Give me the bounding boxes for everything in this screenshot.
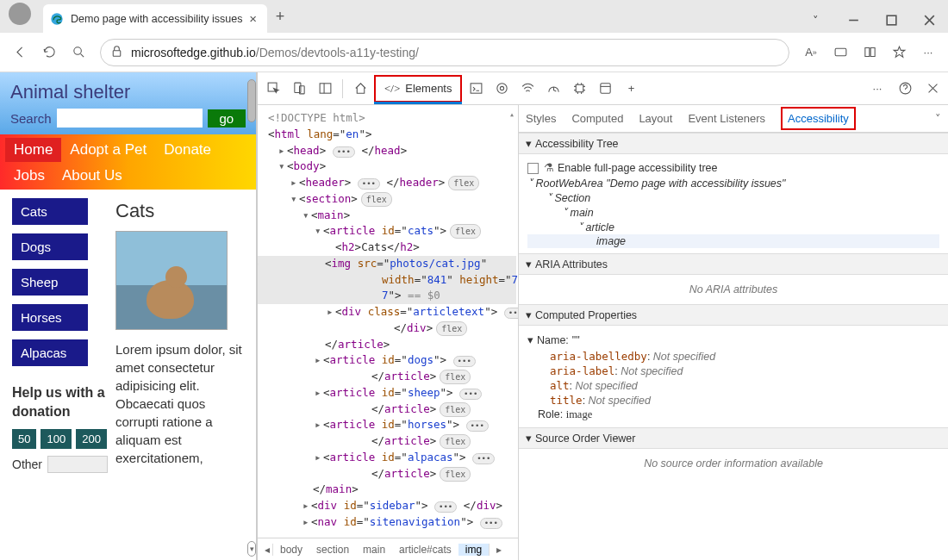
svg-point-16: [500, 86, 503, 90]
maximize-button[interactable]: [872, 7, 910, 33]
dom-tree[interactable]: ▴ <!DOCTYPE html> <html lang="en"> ▸<hea…: [258, 105, 518, 538]
read-aloud-icon[interactable]: A»: [796, 38, 826, 67]
dock-icon[interactable]: [313, 77, 337, 101]
donate-50[interactable]: 50: [12, 429, 36, 449]
close-tab-icon[interactable]: ×: [246, 11, 260, 26]
page-scroll-down[interactable]: ▾: [247, 541, 256, 557]
favorite-icon[interactable]: [884, 38, 914, 67]
devtools-more-icon[interactable]: ···: [865, 77, 889, 101]
window-controls: ˅: [796, 7, 948, 33]
other-label: Other: [12, 457, 42, 471]
profile-avatar[interactable]: [9, 3, 31, 25]
refresh-button[interactable]: [34, 38, 64, 67]
page-scrollbar[interactable]: [247, 79, 256, 122]
application-icon[interactable]: [593, 77, 617, 101]
tab-accessibility[interactable]: Accessibility: [781, 107, 856, 130]
tab-title: Demo page with accessibility issues: [71, 13, 246, 25]
more-tabs-icon[interactable]: +: [619, 77, 643, 101]
animal-nav: Cats Dogs Sheep Horses Alpacas: [12, 198, 110, 366]
sidebar-item-sheep[interactable]: Sheep: [12, 269, 88, 296]
section-aria[interactable]: ▾ARIA Attributes: [519, 253, 948, 275]
page-viewport: Animal shelter Search go Home Adopt a Pe…: [0, 72, 256, 560]
main-nav: Home Adopt a Pet Donate Jobs About Us: [0, 134, 256, 190]
section-a11y-tree[interactable]: ▾Accessibility Tree: [519, 133, 948, 154]
section-source-order[interactable]: ▾Source Order Viewer: [519, 427, 948, 449]
devtools-toolbar: </> Elements + ···: [258, 72, 948, 105]
donate-200[interactable]: 200: [76, 429, 107, 449]
reader-icon[interactable]: [855, 38, 884, 67]
help-heading: Help us with a donation: [12, 383, 110, 420]
article-heading: Cats: [115, 200, 251, 222]
flask-icon: ⚗: [544, 161, 554, 174]
menu-icon[interactable]: ···: [914, 38, 943, 67]
sidebar-item-dogs[interactable]: Dogs: [12, 233, 88, 260]
svg-rect-12: [320, 84, 331, 93]
devtools-close-icon[interactable]: [920, 77, 945, 101]
full-page-checkbox[interactable]: [527, 163, 539, 174]
svg-rect-8: [835, 48, 846, 56]
tab-elements[interactable]: </> Elements: [374, 75, 462, 103]
article-text: Lorem ipsum dolor, sit amet consectetur …: [115, 340, 251, 467]
scroll-up-icon[interactable]: ▴: [509, 108, 515, 121]
tab-computed[interactable]: Computed: [571, 112, 623, 125]
chevron-down-icon[interactable]: ˅: [796, 7, 834, 33]
back-button[interactable]: [5, 38, 34, 67]
sources-icon[interactable]: [490, 77, 514, 101]
go-button[interactable]: go: [208, 109, 246, 128]
welcome-icon[interactable]: [348, 77, 372, 101]
network-icon[interactable]: [515, 77, 539, 101]
dom-panel: ▴ <!DOCTYPE html> <html lang="en"> ▸<hea…: [258, 105, 519, 560]
search-label: Search: [10, 111, 52, 126]
sidebar-item-cats[interactable]: Cats: [12, 198, 88, 225]
cat-image: [115, 231, 228, 330]
nav-about[interactable]: About Us: [53, 164, 131, 188]
crumb-next-icon[interactable]: ▸: [489, 544, 504, 556]
a11y-panel: Styles Computed Layout Event Listeners A…: [519, 105, 948, 560]
search-input[interactable]: [57, 109, 203, 128]
selected-dom-node[interactable]: ⋯ <img src="photos/cat.jpg" width="841" …: [258, 256, 516, 304]
tab-layout[interactable]: Layout: [639, 112, 672, 125]
breadcrumb[interactable]: ◂ body section main article#cats img ▸: [258, 538, 518, 560]
console-icon[interactable]: [464, 77, 488, 101]
sidebar-item-alpacas[interactable]: Alpacas: [12, 339, 88, 366]
minimize-button[interactable]: [834, 7, 872, 33]
hd-icon[interactable]: [826, 38, 855, 67]
devtools-panel: ▾ </> Elements + ···: [256, 72, 948, 560]
svg-line-6: [80, 54, 84, 58]
crumb-prev-icon[interactable]: ◂: [258, 544, 273, 556]
tab-event-listeners[interactable]: Event Listeners: [688, 112, 765, 125]
lock-icon: [109, 44, 124, 61]
url-text: microsoftedge.github.io/Demos/devtools-a…: [131, 46, 419, 59]
nav-jobs[interactable]: Jobs: [5, 164, 53, 188]
browser-tab[interactable]: Demo page with accessibility issues ×: [43, 4, 267, 33]
window-titlebar: Demo page with accessibility issues × + …: [0, 0, 948, 33]
help-icon[interactable]: [893, 77, 917, 101]
chevron-down-icon[interactable]: ˅: [935, 112, 941, 125]
other-input[interactable]: [47, 456, 108, 473]
nav-adopt[interactable]: Adopt a Pet: [61, 138, 155, 162]
url-field[interactable]: microsoftedge.github.io/Demos/devtools-a…: [100, 39, 789, 66]
performance-icon[interactable]: [541, 77, 565, 101]
svg-rect-2: [887, 16, 896, 25]
svg-point-15: [497, 84, 507, 93]
page-title: Animal shelter: [10, 81, 246, 103]
donate-100[interactable]: 100: [41, 429, 72, 449]
search-button[interactable]: [64, 38, 93, 67]
address-bar: microsoftedge.github.io/Demos/devtools-a…: [0, 33, 948, 72]
edge-icon: [50, 12, 64, 26]
close-window-button[interactable]: [910, 7, 948, 33]
svg-rect-14: [471, 84, 482, 93]
nav-donate[interactable]: Donate: [155, 138, 220, 162]
sidebar-item-horses[interactable]: Horses: [12, 304, 88, 331]
svg-rect-18: [601, 84, 610, 93]
device-icon[interactable]: [287, 77, 311, 101]
inspect-icon[interactable]: [261, 77, 285, 101]
nav-home[interactable]: Home: [5, 138, 61, 162]
memory-icon[interactable]: [567, 77, 591, 101]
tab-styles[interactable]: Styles: [526, 112, 556, 125]
code-icon: </>: [384, 82, 400, 96]
svg-rect-17: [576, 84, 583, 92]
section-computed-props[interactable]: ▾Computed Properties: [519, 304, 948, 326]
svg-rect-7: [113, 50, 121, 55]
new-tab-button[interactable]: +: [267, 8, 293, 26]
